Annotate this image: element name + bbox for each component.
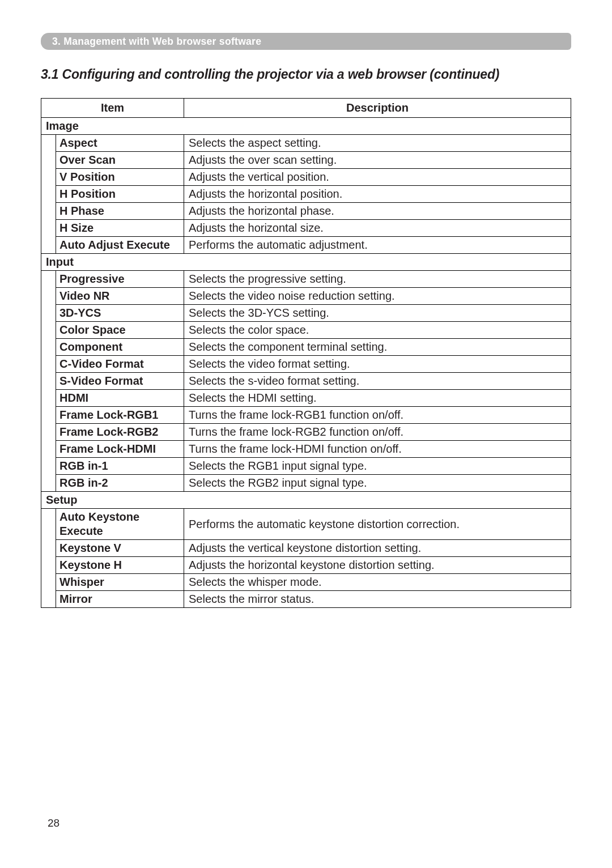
item-cell: Frame Lock-HDMI	[56, 441, 184, 458]
item-cell: Auto Adjust Execute	[56, 237, 184, 254]
table-row: H PhaseAdjusts the horizontal phase.	[41, 203, 571, 220]
document-page: 3. Management with Web browser software …	[0, 0, 612, 868]
indent-cell	[41, 288, 56, 305]
indent-cell	[41, 540, 56, 557]
indent-cell	[41, 271, 56, 288]
item-cell: RGB in-2	[56, 475, 184, 492]
item-cell: H Size	[56, 220, 184, 237]
description-cell: Selects the aspect setting.	[184, 135, 571, 152]
item-cell: Over Scan	[56, 152, 184, 169]
table-row: Keystone VAdjusts the vertical keystone …	[41, 540, 571, 557]
description-cell: Turns the frame lock-HDMI function on/of…	[184, 441, 571, 458]
item-cell: HDMI	[56, 390, 184, 407]
table-row: Frame Lock-HDMITurns the frame lock-HDMI…	[41, 441, 571, 458]
indent-cell	[41, 305, 56, 322]
item-cell: Aspect	[56, 135, 184, 152]
item-cell: H Position	[56, 186, 184, 203]
table-row: WhisperSelects the whisper mode.	[41, 574, 571, 591]
table-row: Auto Keystone ExecutePerforms the automa…	[41, 509, 571, 540]
description-cell: Selects the s-video format setting.	[184, 373, 571, 390]
indent-cell	[41, 169, 56, 186]
description-cell: Adjusts the horizontal phase.	[184, 203, 571, 220]
description-cell: Selects the HDMI setting.	[184, 390, 571, 407]
description-cell: Adjusts the vertical position.	[184, 169, 571, 186]
table-row: Over ScanAdjusts the over scan setting.	[41, 152, 571, 169]
table-row: Keystone HAdjusts the horizontal keyston…	[41, 557, 571, 574]
table-row: V PositionAdjusts the vertical position.	[41, 169, 571, 186]
item-cell: S-Video Format	[56, 373, 184, 390]
item-cell: Color Space	[56, 322, 184, 339]
category-title: Input	[41, 254, 184, 271]
item-cell: Mirror	[56, 591, 184, 608]
item-cell: 3D-YCS	[56, 305, 184, 322]
description-cell: Selects the progressive setting.	[184, 271, 571, 288]
description-cell: Adjusts the horizontal keystone distorti…	[184, 557, 571, 574]
indent-cell	[41, 237, 56, 254]
header-item: Item	[41, 99, 184, 118]
table-row: Video NRSelects the video noise reductio…	[41, 288, 571, 305]
indent-cell	[41, 220, 56, 237]
table-row: H SizeAdjusts the horizontal size.	[41, 220, 571, 237]
item-cell: Auto Keystone Execute	[56, 509, 184, 540]
item-cell: C-Video Format	[56, 356, 184, 373]
description-cell: Selects the color space.	[184, 322, 571, 339]
item-cell: Component	[56, 339, 184, 356]
description-cell: Adjusts the horizontal size.	[184, 220, 571, 237]
item-cell: Progressive	[56, 271, 184, 288]
indent-cell	[41, 152, 56, 169]
indent-cell	[41, 475, 56, 492]
category-row: Image	[41, 118, 571, 135]
header-description: Description	[184, 99, 571, 118]
indent-cell	[41, 356, 56, 373]
indent-cell	[41, 186, 56, 203]
chapter-banner: 3. Management with Web browser software	[41, 33, 571, 50]
item-cell: V Position	[56, 169, 184, 186]
indent-cell	[41, 574, 56, 591]
item-cell: RGB in-1	[56, 458, 184, 475]
indent-cell	[41, 407, 56, 424]
description-cell: Selects the video format setting.	[184, 356, 571, 373]
category-blank	[184, 492, 571, 509]
indent-cell	[41, 458, 56, 475]
indent-cell	[41, 135, 56, 152]
table-row: HDMISelects the HDMI setting.	[41, 390, 571, 407]
item-cell: Keystone V	[56, 540, 184, 557]
item-cell: Frame Lock-RGB2	[56, 424, 184, 441]
description-cell: Selects the RGB2 input signal type.	[184, 475, 571, 492]
description-cell: Selects the whisper mode.	[184, 574, 571, 591]
indent-cell	[41, 441, 56, 458]
indent-cell	[41, 322, 56, 339]
category-title: Setup	[41, 492, 184, 509]
description-cell: Selects the 3D-YCS setting.	[184, 305, 571, 322]
indent-cell	[41, 373, 56, 390]
description-cell: Selects the RGB1 input signal type.	[184, 458, 571, 475]
indent-cell	[41, 339, 56, 356]
table-row: Color SpaceSelects the color space.	[41, 322, 571, 339]
indent-cell	[41, 424, 56, 441]
description-cell: Performs the automatic adjustment.	[184, 237, 571, 254]
item-cell: Video NR	[56, 288, 184, 305]
table-row: H PositionAdjusts the horizontal positio…	[41, 186, 571, 203]
description-cell: Turns the frame lock-RGB1 function on/of…	[184, 407, 571, 424]
table-row: S-Video FormatSelects the s-video format…	[41, 373, 571, 390]
description-cell: Selects the video noise reduction settin…	[184, 288, 571, 305]
page-number: 28	[48, 817, 60, 829]
indent-cell	[41, 591, 56, 608]
table-row: Frame Lock-RGB1Turns the frame lock-RGB1…	[41, 407, 571, 424]
table-row: ComponentSelects the component terminal …	[41, 339, 571, 356]
category-blank	[184, 254, 571, 271]
item-cell: H Phase	[56, 203, 184, 220]
table-row: Frame Lock-RGB2Turns the frame lock-RGB2…	[41, 424, 571, 441]
item-cell: Whisper	[56, 574, 184, 591]
settings-table: Item Description ImageAspectSelects the …	[41, 98, 571, 608]
table-row: Auto Adjust ExecutePerforms the automati…	[41, 237, 571, 254]
indent-cell	[41, 557, 56, 574]
table-header-row: Item Description	[41, 99, 571, 118]
category-row: Setup	[41, 492, 571, 509]
table-row: RGB in-1Selects the RGB1 input signal ty…	[41, 458, 571, 475]
indent-cell	[41, 390, 56, 407]
item-cell: Frame Lock-RGB1	[56, 407, 184, 424]
description-cell: Adjusts the vertical keystone distortion…	[184, 540, 571, 557]
description-cell: Adjusts the horizontal position.	[184, 186, 571, 203]
indent-cell	[41, 509, 56, 540]
